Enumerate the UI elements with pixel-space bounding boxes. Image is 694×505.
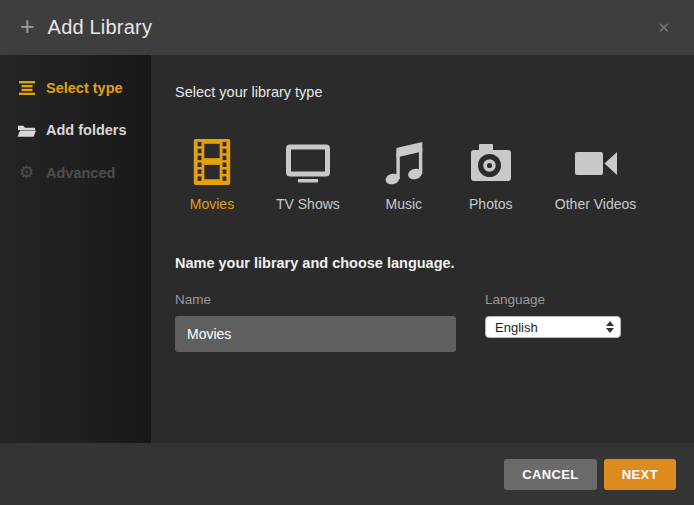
name-field-label: Name	[175, 292, 456, 307]
sidebar-item-advanced[interactable]: ⚙ Advanced	[0, 151, 151, 194]
plus-icon: +	[20, 14, 35, 39]
library-name-input[interactable]	[175, 316, 456, 352]
library-type-tv-shows[interactable]: TV Shows	[276, 137, 340, 212]
library-type-label: Movies	[190, 196, 234, 212]
library-type-label: Music	[386, 196, 423, 212]
section-title: Select your library type	[175, 84, 670, 100]
cancel-button[interactable]: CANCEL	[504, 459, 597, 490]
select-stepper-icon	[606, 321, 614, 333]
language-select[interactable]: English	[485, 316, 621, 338]
next-button[interactable]: NEXT	[604, 459, 676, 490]
type-lines-icon	[17, 81, 36, 95]
library-type-music[interactable]: Music	[381, 137, 427, 212]
sidebar: Select type Add folders ⚙ Advanced	[0, 55, 151, 443]
language-field-group: Language English	[485, 292, 621, 352]
folder-icon	[17, 123, 36, 138]
close-icon[interactable]: ✕	[653, 15, 674, 41]
name-field-group: Name	[175, 292, 456, 352]
form-row: Name Language English	[175, 292, 670, 352]
library-type-row: Movies TV Shows	[189, 137, 670, 212]
sidebar-item-label: Advanced	[46, 165, 115, 181]
dialog-body: Select type Add folders ⚙ Advanced Selec…	[0, 55, 694, 443]
dialog-title: Add Library	[48, 16, 152, 39]
main-content: Select your library type	[151, 55, 694, 443]
dialog-header: + Add Library ✕	[0, 0, 694, 55]
sidebar-item-add-folders[interactable]: Add folders	[0, 109, 151, 151]
library-type-other-videos[interactable]: Other Videos	[555, 137, 636, 212]
library-type-label: TV Shows	[276, 196, 340, 212]
language-field-label: Language	[485, 292, 621, 307]
film-strip-icon	[189, 137, 235, 187]
library-type-label: Other Videos	[555, 196, 636, 212]
library-type-photos[interactable]: Photos	[468, 137, 514, 212]
music-note-icon	[381, 137, 427, 187]
camera-icon	[468, 137, 514, 187]
dialog-footer: CANCEL NEXT	[0, 443, 694, 505]
sidebar-item-label: Add folders	[46, 122, 127, 138]
name-section-title: Name your library and choose language.	[175, 255, 670, 271]
sidebar-item-label: Select type	[46, 80, 123, 96]
tv-icon	[283, 137, 333, 187]
library-type-movies[interactable]: Movies	[189, 137, 235, 212]
video-camera-icon	[573, 137, 619, 187]
sidebar-item-select-type[interactable]: Select type	[0, 67, 151, 109]
gear-icon: ⚙	[17, 164, 36, 181]
library-type-label: Photos	[469, 196, 513, 212]
language-selected-value: English	[495, 320, 538, 335]
add-library-dialog: + Add Library ✕ Select type	[0, 0, 694, 505]
